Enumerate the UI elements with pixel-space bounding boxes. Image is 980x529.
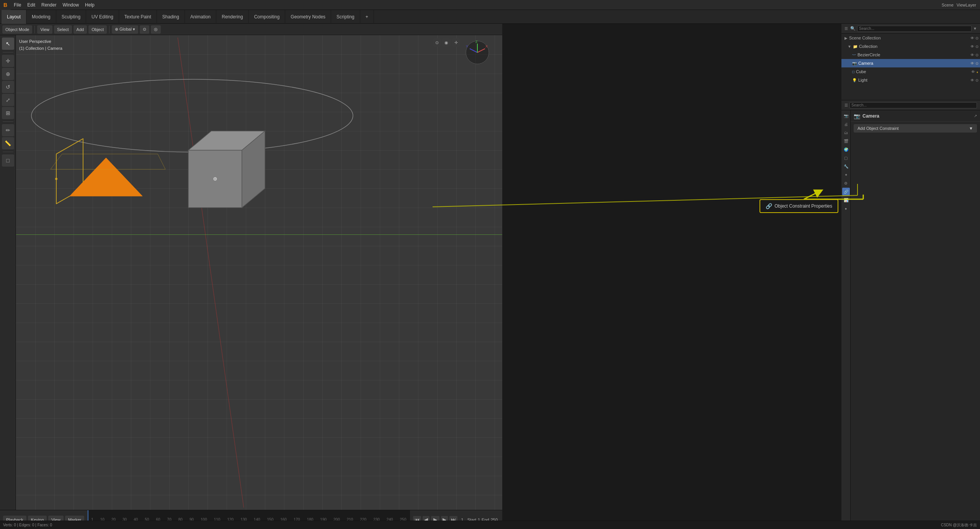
collection-restrict[interactable]: ⊙ bbox=[975, 44, 978, 49]
measure-tool[interactable]: 📏 bbox=[2, 137, 14, 149]
outliner-eye-icon[interactable]: 👁 bbox=[970, 36, 974, 40]
left-toolbar: ↖ ✛ ⊕ ↺ ⤢ ⊞ ✏ 📏 □ bbox=[0, 35, 16, 510]
prop-particles-icon[interactable]: ✦ bbox=[842, 171, 850, 179]
cube-eye[interactable]: 👁 bbox=[971, 70, 975, 74]
prop-viewlayer-icon[interactable]: 🗂 bbox=[842, 129, 850, 136]
view-menu[interactable]: View bbox=[37, 25, 52, 34]
outliner-cube[interactable]: □ Cube 👁 ⬧ bbox=[841, 67, 980, 76]
light-restrict[interactable]: ⊙ bbox=[975, 78, 978, 82]
collection-triangle-icon: ▼ bbox=[848, 44, 851, 49]
tab-modeling[interactable]: Modeling bbox=[26, 10, 56, 24]
scene-label: Scene bbox=[942, 3, 954, 7]
mini-gizmo[interactable]: X Y Z bbox=[464, 39, 491, 66]
tab-layout[interactable]: Layout bbox=[2, 10, 26, 24]
svg-text:Y: Y bbox=[466, 44, 468, 48]
properties-header: ☰ bbox=[841, 100, 980, 110]
menu-edit[interactable]: Edit bbox=[24, 0, 38, 10]
tab-animation[interactable]: Animation bbox=[185, 10, 216, 24]
outliner-collection[interactable]: ▼ 📁 Collection 👁 ⊙ bbox=[841, 42, 980, 51]
transform-tool[interactable]: ⊞ bbox=[2, 107, 14, 119]
tab-uv-editing[interactable]: UV Editing bbox=[86, 10, 119, 24]
prop-world-icon[interactable]: 🌍 bbox=[842, 146, 850, 153]
prop-render-icon[interactable]: 📷 bbox=[842, 112, 850, 120]
rotate-tool[interactable]: ↺ bbox=[2, 81, 14, 93]
add-constraint-label: Add Object Constraint bbox=[858, 126, 899, 131]
properties-icon: ☰ bbox=[844, 103, 848, 107]
properties-search[interactable] bbox=[849, 102, 977, 108]
cube-restrict[interactable]: ⬧ bbox=[976, 70, 978, 74]
tab-scripting[interactable]: Scripting bbox=[331, 10, 360, 24]
blender-logo[interactable]: B bbox=[0, 0, 11, 10]
toolbar-sep-2 bbox=[3, 121, 13, 122]
add-menu[interactable]: Add bbox=[74, 25, 87, 34]
prop-material-icon[interactable]: ● bbox=[842, 205, 850, 212]
prop-expand-icon[interactable]: ↗ bbox=[974, 114, 977, 118]
prop-output-icon[interactable]: 🖨 bbox=[842, 120, 850, 128]
viewport-gizmo-btn[interactable]: ✛ bbox=[452, 38, 460, 47]
viewport-overlay-btn[interactable]: ◉ bbox=[442, 38, 451, 47]
svg-line-2 bbox=[56, 139, 83, 154]
outliner-restrict-icon[interactable]: ⊙ bbox=[975, 36, 978, 40]
outliner-icon: ☰ bbox=[844, 26, 848, 31]
outliner-filter-btn[interactable]: ▼ bbox=[973, 26, 977, 31]
viewport-3d[interactable]: User Perspective (1) Collection | Camera… bbox=[16, 35, 502, 510]
camera-label-out: Camera bbox=[858, 61, 873, 66]
camera-icon-out: 📷 bbox=[852, 61, 857, 66]
tab-rendering[interactable]: Rendering bbox=[216, 10, 248, 24]
view-type: User Perspective bbox=[19, 38, 62, 45]
prop-physics-icon[interactable]: ⚙ bbox=[842, 179, 850, 187]
prop-data-icon[interactable]: 📊 bbox=[842, 196, 850, 204]
bezier-restrict[interactable]: ⊙ bbox=[975, 53, 978, 57]
object-menu[interactable]: Object bbox=[88, 25, 107, 34]
viewport-shading-btn[interactable]: ⊙ bbox=[433, 38, 441, 47]
outliner-camera[interactable]: 📷 Camera 👁 ⊙ bbox=[841, 59, 980, 67]
outliner-bezier[interactable]: 〰 BezierCircle 👁 ⊙ bbox=[841, 51, 980, 59]
scene-collection-icon: ▶ bbox=[844, 36, 848, 40]
viewport-top-right-btns: ⊙ ◉ ✛ bbox=[433, 38, 460, 47]
toolbar-sep-3 bbox=[3, 152, 13, 152]
prop-constraints-icon[interactable]: 🔗 bbox=[842, 188, 850, 195]
collection-eye[interactable]: 👁 bbox=[970, 44, 974, 49]
annotate-tool[interactable]: ✏ bbox=[2, 124, 14, 136]
tab-shading[interactable]: Shading bbox=[157, 10, 185, 24]
prop-modifier-icon[interactable]: 🔧 bbox=[842, 162, 850, 170]
svg-marker-7 bbox=[70, 158, 142, 196]
select-menu[interactable]: Select bbox=[54, 25, 72, 34]
menu-help[interactable]: Help bbox=[82, 0, 98, 10]
light-eye[interactable]: 👁 bbox=[970, 78, 974, 82]
svg-text:X: X bbox=[485, 44, 488, 48]
camera-restrict[interactable]: ⊙ bbox=[975, 61, 978, 66]
tab-sculpting[interactable]: Sculpting bbox=[56, 10, 86, 24]
object-mode-btn[interactable]: Object Mode bbox=[2, 25, 32, 34]
select-tool[interactable]: ↖ bbox=[2, 38, 14, 50]
scene-info: Scene ViewLayer bbox=[938, 3, 980, 7]
tab-add[interactable]: + bbox=[360, 10, 374, 24]
camera-icon-prop: 📷 bbox=[854, 113, 860, 119]
move-tool[interactable]: ⊕ bbox=[2, 68, 14, 80]
outliner-search[interactable] bbox=[857, 26, 972, 32]
prop-object-icon[interactable]: ▢ bbox=[842, 154, 850, 162]
global-btn[interactable]: ⊕ Global ▾ bbox=[112, 25, 138, 34]
prop-scene-icon[interactable]: 🎬 bbox=[842, 137, 850, 145]
add-cube-tool[interactable]: □ bbox=[2, 154, 14, 167]
tab-compositing[interactable]: Compositing bbox=[249, 10, 286, 24]
snap-btn[interactable]: ⊙ bbox=[140, 25, 149, 34]
tab-geometry-nodes[interactable]: Geometry Nodes bbox=[285, 10, 331, 24]
outliner-search-icon: 🔍 bbox=[850, 26, 856, 31]
camera-prop-label: Camera bbox=[862, 113, 879, 119]
proportional-btn[interactable]: ◎ bbox=[151, 25, 161, 34]
right-panel: ☰ 🔍 ▼ ▶ Scene Collection 👁 ⊙ ▼ 📁 Collect… bbox=[841, 24, 980, 521]
tab-texture-paint[interactable]: Texture Paint bbox=[119, 10, 157, 24]
gizmo-svg: X Y Z bbox=[464, 39, 491, 66]
bezier-eye[interactable]: 👁 bbox=[970, 53, 974, 57]
cursor-tool[interactable]: ✛ bbox=[2, 55, 14, 67]
menu-file[interactable]: File bbox=[11, 0, 24, 10]
scene-collection-row[interactable]: ▶ Scene Collection 👁 ⊙ bbox=[841, 34, 980, 42]
camera-eye[interactable]: 👁 bbox=[970, 61, 974, 66]
add-constraint-btn[interactable]: Add Object Constraint ▼ bbox=[854, 124, 977, 133]
menu-window[interactable]: Window bbox=[59, 0, 82, 10]
menu-render[interactable]: Render bbox=[38, 0, 59, 10]
scale-tool[interactable]: ⤢ bbox=[2, 94, 14, 106]
header-divider-2 bbox=[109, 26, 109, 33]
outliner-light[interactable]: 💡 Light 👁 ⊙ bbox=[841, 76, 980, 84]
